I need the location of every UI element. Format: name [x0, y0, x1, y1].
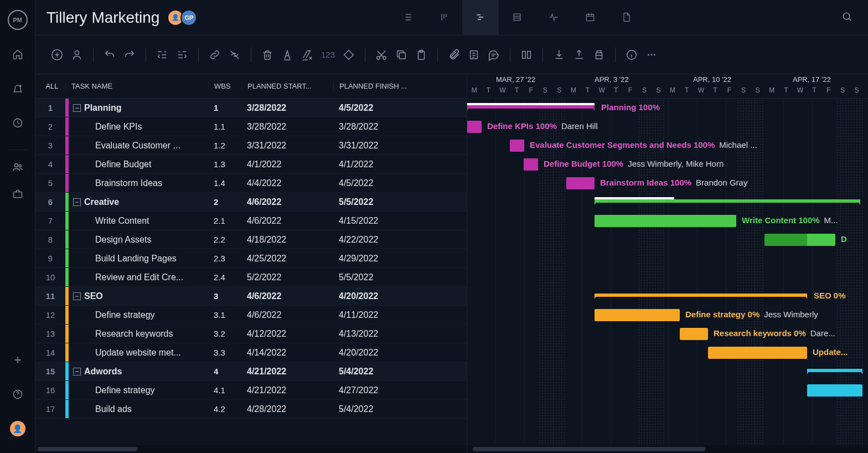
gantt-row[interactable]: Write Content 100%M...: [467, 212, 868, 230]
task-bar[interactable]: [467, 121, 482, 133]
collapse-icon[interactable]: −: [73, 104, 81, 112]
table-row[interactable]: 6−Creative24/6/20225/5/2022: [35, 193, 467, 212]
table-row[interactable]: 15−Adwords44/21/20225/4/2022: [35, 362, 467, 381]
attachment-button[interactable]: [448, 49, 460, 61]
view-calendar-icon[interactable]: [572, 0, 608, 35]
table-row[interactable]: 16Define strategy4.14/21/20224/27/2022: [35, 381, 467, 400]
horizontal-scrollbar[interactable]: [35, 445, 467, 453]
task-bar[interactable]: [566, 177, 595, 189]
gantt-row[interactable]: D: [467, 230, 868, 249]
col-all[interactable]: ALL: [35, 82, 65, 90]
notes-button[interactable]: [468, 49, 480, 61]
user-avatar[interactable]: 👤: [8, 419, 28, 439]
col-wbs[interactable]: WBS: [208, 82, 241, 90]
gantt-scrollbar[interactable]: [467, 445, 868, 453]
avatar[interactable]: GP: [180, 9, 197, 26]
gantt-row[interactable]: Research keywords 0%Dare...: [467, 325, 868, 343]
cut-button[interactable]: [375, 49, 388, 61]
delete-button[interactable]: [261, 49, 273, 61]
col-planned-start[interactable]: PLANNED START...: [241, 82, 333, 90]
table-row[interactable]: 2Define KPIs1.13/28/20223/28/2022: [35, 117, 467, 136]
redo-button[interactable]: [123, 49, 136, 61]
gantt-row[interactable]: Define KPIs 100%Daren Hill: [467, 117, 868, 136]
text-format-button[interactable]: [281, 49, 293, 61]
add-icon[interactable]: [8, 350, 28, 370]
home-icon[interactable]: [8, 44, 28, 64]
clock-icon[interactable]: [8, 113, 28, 133]
gantt-row[interactable]: [467, 249, 868, 268]
table-row[interactable]: 9Build Landing Pages2.34/25/20224/29/202…: [35, 249, 467, 268]
task-bar[interactable]: [764, 234, 835, 246]
more-button[interactable]: [645, 49, 658, 61]
table-row[interactable]: 11−SEO34/6/20224/20/2022: [35, 287, 467, 306]
import-button[interactable]: [553, 49, 565, 61]
gantt-row[interactable]: [467, 268, 868, 287]
unlink-button[interactable]: [229, 49, 241, 61]
view-activity-icon[interactable]: [535, 0, 572, 35]
copy-button[interactable]: [395, 49, 407, 61]
col-task-name[interactable]: TASK NAME: [65, 82, 208, 90]
table-row[interactable]: 1−Planning13/28/20224/5/2022: [35, 99, 467, 117]
export-button[interactable]: [573, 49, 585, 61]
summary-bar[interactable]: [467, 105, 595, 109]
gantt-chart[interactable]: MTWTFSSMTWTFSSMTWTFSSMTWTFSS MAR, 27 '22…: [467, 74, 868, 453]
gantt-row[interactable]: Define Budget 100%Jess Wimberly, Mike Ho…: [467, 155, 868, 174]
col-planned-finish[interactable]: PLANNED FINISH ...: [333, 82, 425, 90]
avatar-stack[interactable]: 👤 GP: [170, 9, 197, 26]
table-row[interactable]: 12Define strategy3.14/6/20224/11/2022: [35, 306, 467, 325]
gantt-row[interactable]: Evaluate Customer Segments and Needs 100…: [467, 136, 868, 155]
table-row[interactable]: 10Review and Edit Cre...2.45/2/20225/5/2…: [35, 268, 467, 287]
paste-button[interactable]: [415, 49, 427, 61]
table-row[interactable]: 4Define Budget1.34/1/20224/1/2022: [35, 155, 467, 174]
view-board-icon[interactable]: [426, 0, 462, 35]
gantt-row[interactable]: [467, 400, 868, 419]
help-icon[interactable]: [8, 384, 28, 404]
pm-logo[interactable]: PM: [8, 10, 28, 30]
view-sheet-icon[interactable]: [499, 0, 535, 35]
undo-button[interactable]: [104, 49, 116, 61]
summary-bar[interactable]: [595, 199, 860, 203]
link-button[interactable]: [209, 49, 221, 61]
info-button[interactable]: [626, 49, 638, 61]
gantt-row[interactable]: Update...: [467, 343, 868, 362]
view-gantt-icon[interactable]: [462, 0, 499, 35]
briefcase-icon[interactable]: [8, 184, 28, 204]
indent-button[interactable]: [176, 49, 188, 61]
task-bar[interactable]: [807, 384, 862, 397]
gantt-row[interactable]: Define strategy 0%Jess Wimberly: [467, 306, 868, 325]
table-row[interactable]: 5Brainstorm Ideas1.44/4/20224/5/2022: [35, 174, 467, 193]
add-task-button[interactable]: [51, 49, 63, 61]
print-button[interactable]: [593, 49, 605, 61]
gantt-row[interactable]: [467, 381, 868, 400]
gantt-row[interactable]: Planning 100%: [467, 99, 868, 117]
search-icon[interactable]: [837, 7, 857, 28]
table-row[interactable]: 7Write Content2.14/6/20224/15/2022: [35, 212, 467, 230]
view-file-icon[interactable]: [608, 0, 645, 35]
bell-icon[interactable]: [8, 79, 28, 99]
collapse-icon[interactable]: −: [73, 368, 81, 375]
outdent-button[interactable]: [156, 49, 168, 61]
table-row[interactable]: 8Design Assets2.24/18/20224/22/2022: [35, 230, 467, 249]
collapse-icon[interactable]: −: [73, 292, 81, 300]
summary-bar[interactable]: [595, 294, 807, 297]
gantt-row[interactable]: Brainstorm Ideas 100%Brandon Gray: [467, 174, 868, 193]
task-bar[interactable]: [595, 309, 680, 321]
team-icon[interactable]: [8, 150, 28, 169]
assign-button[interactable]: [71, 49, 83, 61]
gantt-row[interactable]: SEO 0%: [467, 287, 868, 306]
gantt-row[interactable]: [467, 362, 868, 381]
summary-bar[interactable]: [807, 369, 862, 372]
view-list-icon[interactable]: [389, 0, 426, 35]
task-bar[interactable]: [708, 347, 807, 359]
columns-button[interactable]: [520, 49, 533, 61]
table-row[interactable]: 17Build ads4.24/28/20225/4/2022: [35, 400, 467, 419]
table-row[interactable]: 13Research keywords3.24/12/20224/13/2022: [35, 325, 467, 343]
task-bar[interactable]: [524, 158, 538, 171]
table-row[interactable]: 14Update website met...3.34/14/20224/20/…: [35, 343, 467, 362]
gantt-row[interactable]: [467, 193, 868, 212]
collapse-icon[interactable]: −: [73, 198, 81, 206]
milestone-button[interactable]: [343, 49, 355, 61]
task-bar[interactable]: [510, 140, 524, 152]
task-bar[interactable]: [680, 328, 708, 340]
table-row[interactable]: 3Evaluate Customer ...1.23/31/20223/31/2…: [35, 136, 467, 155]
